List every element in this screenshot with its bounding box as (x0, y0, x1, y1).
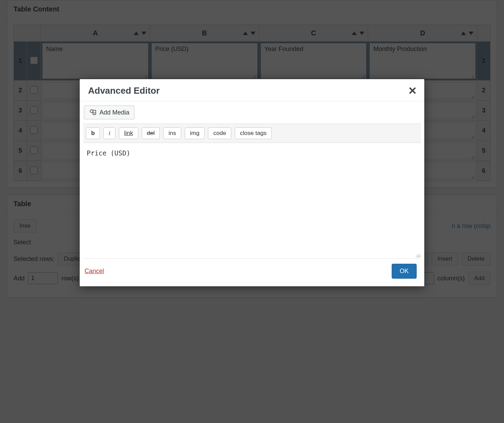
qt-img-button[interactable]: img (185, 127, 205, 139)
qt-closetags-button[interactable]: close tags (235, 127, 272, 139)
modal-close-button[interactable] (409, 86, 416, 96)
modal-body: Add Media b i link del ins img code clos… (80, 101, 424, 259)
qt-code-button[interactable]: code (208, 127, 231, 139)
modal-footer: Cancel OK (80, 259, 424, 286)
advanced-editor-modal: Advanced Editor Add Media b i link del i… (80, 79, 424, 286)
cancel-button[interactable]: Cancel (85, 268, 104, 275)
modal-header: Advanced Editor (80, 79, 424, 101)
qt-ins-button[interactable]: ins (163, 127, 181, 139)
add-media-label: Add Media (99, 109, 129, 116)
modal-title: Advanced Editor (88, 85, 160, 96)
qt-del-button[interactable]: del (142, 127, 160, 139)
close-icon (409, 87, 416, 94)
qt-link-button[interactable]: link (119, 127, 138, 139)
media-icon (89, 109, 97, 116)
add-media-button[interactable]: Add Media (84, 105, 134, 119)
modal-overlay: Advanced Editor Add Media b i link del i… (0, 0, 504, 423)
qt-italic-button[interactable]: i (103, 127, 115, 139)
editor-textarea[interactable] (83, 143, 421, 257)
qt-bold-button[interactable]: b (86, 127, 100, 139)
ok-button[interactable]: OK (392, 264, 417, 279)
quicktags-toolbar: b i link del ins img code close tags (83, 124, 421, 143)
